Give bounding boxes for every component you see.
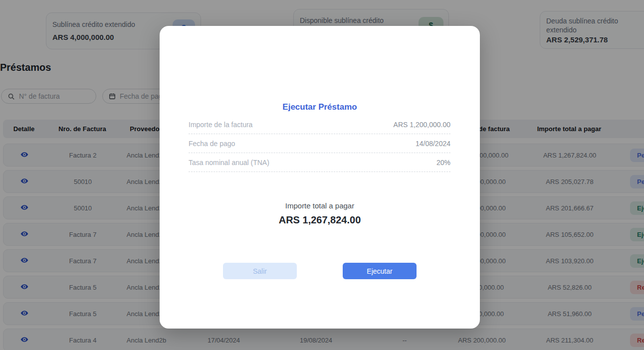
total-to-pay-block: Importe total a pagar ARS 1,267,824.00 [160,201,480,226]
loan-detail-fields: Importe de la factura ARS 1,200,000.00 F… [189,115,450,172]
ejecutar-button[interactable]: Ejecutar [343,263,417,279]
field-tna-rate: Tasa nominal anual (TNA) 20% [189,153,450,172]
modal-title: Ejecutar Préstamo [160,102,480,112]
field-value: ARS 1,200,000.00 [394,121,450,129]
field-label: Importe de la factura [189,121,252,129]
total-to-pay-label: Importe total a pagar [160,201,480,210]
ejecutar-prestamo-modal: Ejecutar Préstamo Importe de la factura … [160,26,480,329]
field-label: Tasa nominal anual (TNA) [189,159,269,167]
field-label: Fecha de pago [189,140,235,148]
field-value: 14/08/2024 [416,140,450,148]
total-to-pay-value: ARS 1,267,824.00 [160,214,480,226]
salir-button[interactable]: Salir [223,263,297,279]
field-invoice-amount: Importe de la factura ARS 1,200,000.00 [189,115,450,134]
field-value: 20% [436,159,450,167]
field-payment-date: Fecha de pago 14/08/2024 [189,134,450,153]
